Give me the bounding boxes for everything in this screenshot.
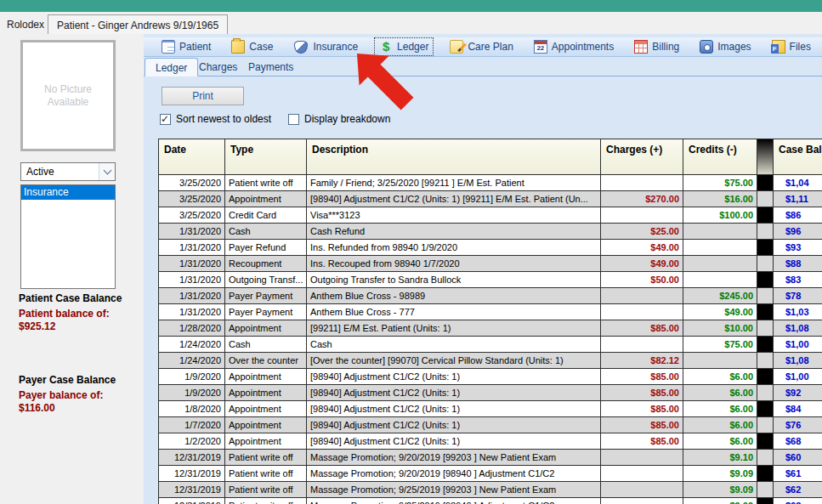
toolbar-tab-insurance[interactable]: Insurance	[289, 39, 362, 55]
cell-charges	[601, 498, 683, 504]
cell-type: Appointment	[225, 433, 307, 450]
cell-type: Appointment	[225, 401, 307, 417]
column-header-date[interactable]: Date	[159, 139, 225, 175]
table-row[interactable]: 12/31/2019Patient write offMassage Promo…	[159, 498, 822, 504]
column-separator[interactable]	[757, 139, 774, 175]
table-row[interactable]: 12/31/2019Patient write offMassage Promo…	[159, 482, 822, 498]
cell-type: Patient write off	[225, 482, 307, 498]
cell-balance: $86	[774, 207, 822, 224]
toolbar-tab-ledger[interactable]: $Ledger	[374, 37, 434, 56]
dropdown-button[interactable]	[99, 163, 115, 180]
table-row[interactable]: 12/31/2019Patient write offMassage Promo…	[159, 450, 822, 466]
checked-checkbox-icon[interactable]	[160, 114, 171, 125]
cell-balance: $92	[774, 385, 822, 401]
cell-type: Over the counter	[225, 353, 307, 369]
column-header-credits[interactable]: Credits (-)	[683, 139, 757, 175]
table-row[interactable]: 1/9/2020Appointment[98940] Adjustment C1…	[159, 385, 822, 401]
patient-balance-text: Patient balance of: $925.12	[19, 308, 129, 333]
table-row[interactable]: 1/28/2020Appointment[99211] E/M Est. Pat…	[159, 320, 822, 337]
ledger-dollar-icon: $	[379, 40, 393, 54]
cell-type: Cash	[225, 337, 307, 353]
table-row[interactable]: 1/31/2020Outgoing Transf...Outgoing Tran…	[159, 272, 822, 288]
cell-separator	[757, 417, 774, 433]
toolbar-tab-billing[interactable]: Billing	[630, 38, 683, 55]
cell-type: Outgoing Transf...	[225, 272, 307, 288]
ledger-subtab-strip: LedgerChargesPayments	[144, 58, 822, 76]
tab-patient-record[interactable]: Patient - Ginger Andrews 9/19/1965	[48, 14, 228, 34]
column-header-type[interactable]: Type	[225, 139, 307, 175]
table-row[interactable]: 1/8/2020Appointment[98940] Adjustment C1…	[159, 401, 822, 417]
cell-charges: $82.12	[601, 353, 683, 369]
cell-charges	[601, 304, 683, 320]
cell-balance: $63	[774, 498, 822, 504]
table-row[interactable]: 3/25/2020Patient write offFamily / Frien…	[159, 175, 822, 191]
toolbar-tab-patient[interactable]: Patient	[157, 38, 215, 55]
table-row[interactable]: 1/24/2020CashCash$75.00$1,00	[159, 337, 822, 353]
cell-type: Patient write off	[225, 498, 307, 504]
cell-date: 1/8/2020	[159, 401, 225, 417]
cell-balance: $1,11	[774, 191, 822, 207]
cell-date: 1/7/2020	[159, 417, 225, 433]
cell-charges	[601, 482, 683, 498]
column-header-case-balance[interactable]: Case Balance	[774, 139, 822, 175]
cell-desc: [98940] Adjustment C1/C2 (Units: 1) [992…	[307, 191, 601, 207]
table-row[interactable]: 1/31/2020CashCash Refund$25.00$96	[159, 224, 822, 240]
cell-desc: [98940] Adjustment C1/C2 (Units: 1)	[307, 433, 601, 450]
column-header-charges[interactable]: Charges (+)	[601, 139, 683, 175]
cell-date: 3/25/2020	[159, 191, 225, 207]
patient-record-panel: PatientCaseInsurance$LedgerCare Plan22Ap…	[144, 34, 822, 504]
cell-credits: $6.00	[683, 417, 757, 433]
table-row[interactable]: 3/25/2020Credit CardVisa***3123$100.00$8…	[159, 207, 822, 224]
cell-separator	[757, 256, 774, 272]
table-row[interactable]: 12/31/2019Patient write offMassage Promo…	[159, 466, 822, 482]
checkbox-display-breakdown[interactable]: Display breakdown	[288, 113, 390, 125]
tab-rolodex[interactable]: Rolodex	[7, 19, 44, 31]
table-row[interactable]: 1/9/2020Appointment[98940] Adjustment C1…	[159, 369, 822, 385]
cell-type: Patient write off	[225, 450, 307, 466]
print-button[interactable]: Print	[162, 87, 244, 105]
cell-credits: $9.09	[683, 482, 757, 498]
cell-charges	[601, 207, 683, 224]
table-row[interactable]: 1/31/2020Payer PaymentAnthem Blue Cross …	[159, 288, 822, 304]
toolbar-tab-files[interactable]: Files	[768, 38, 815, 55]
patient-balance-value: $925.12	[19, 320, 55, 332]
cell-type: Payer Payment	[225, 304, 307, 320]
subtab-payments[interactable]: Payments	[238, 58, 303, 76]
subtab-ledger[interactable]: Ledger	[145, 58, 198, 76]
cell-separator	[757, 337, 774, 353]
cell-desc: Anthem Blue Cross - 777	[307, 304, 601, 320]
case-list-item-insurance[interactable]: Insurance	[21, 185, 115, 200]
table-row[interactable]: 3/25/2020Appointment[98940] Adjustment C…	[159, 191, 822, 207]
table-row[interactable]: 1/24/2020Over the counter[Over the count…	[159, 353, 822, 369]
unchecked-checkbox-icon[interactable]	[288, 114, 299, 125]
cell-desc: Cash Refund	[307, 224, 601, 240]
cell-balance: $1,04	[774, 175, 822, 191]
table-row[interactable]: 1/2/2020Appointment[98940] Adjustment C1…	[159, 433, 822, 450]
cell-charges: $85.00	[601, 385, 683, 401]
checkbox-sort-newest-to-oldest[interactable]: Sort newest to oldest	[160, 113, 271, 125]
case-listbox[interactable]: Insurance	[20, 184, 116, 289]
cell-desc: Massage Promotion; 9/25/2019 [99203 ] Ne…	[307, 482, 601, 498]
cell-separator	[757, 482, 774, 498]
table-row[interactable]: 1/31/2020Payer RefundIns. Refunded from …	[159, 240, 822, 256]
cell-charges	[601, 288, 683, 304]
column-header-description[interactable]: Description	[307, 139, 601, 175]
no-picture-label: No Picture Available	[23, 83, 113, 109]
ledger-table[interactable]: DateTypeDescriptionCharges (+)Credits (-…	[158, 139, 822, 504]
cell-date: 12/31/2019	[159, 450, 225, 466]
cell-type: Appointment	[225, 417, 307, 433]
cell-separator	[757, 498, 774, 504]
toolbar-tab-care-plan[interactable]: Care Plan	[445, 38, 517, 55]
case-status-dropdown[interactable]: Active	[20, 162, 116, 181]
table-row[interactable]: 1/31/2020RecoupmentIns. Recouped from 98…	[159, 256, 822, 272]
cell-balance: $88	[774, 256, 822, 272]
toolbar-tab-appointments[interactable]: 22Appointments	[530, 38, 618, 55]
cell-balance: $60	[774, 450, 822, 466]
table-row[interactable]: 1/31/2020Payer PaymentAnthem Blue Cross …	[159, 304, 822, 320]
cell-credits: $75.00	[683, 337, 757, 353]
toolbar-tab-images[interactable]: Images	[695, 38, 755, 55]
patient-balance-label: Patient balance of:	[19, 308, 110, 320]
toolbar-tab-case[interactable]: Case	[227, 38, 277, 55]
cell-type: Recoupment	[225, 256, 307, 272]
table-row[interactable]: 1/7/2020Appointment[98940] Adjustment C1…	[159, 417, 822, 433]
